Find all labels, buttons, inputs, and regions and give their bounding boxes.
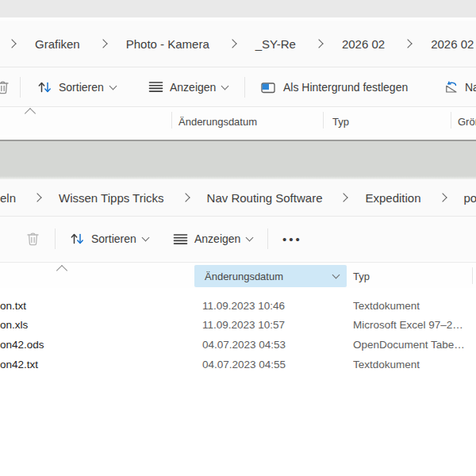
sort-button[interactable]: Sortieren [68, 228, 150, 249]
breadcrumb-item[interactable]: Expedition [365, 191, 420, 205]
sort-arrows-icon [37, 80, 52, 94]
window-top-strip [0, 0, 476, 17]
chevron-right-icon [340, 193, 348, 202]
breadcrumb-item[interactable]: Wissen Tipps Tricks [59, 191, 164, 205]
column-separator[interactable] [472, 267, 473, 284]
rotate-left-button[interactable]: Na [443, 77, 476, 97]
column-header-date-highlighted[interactable]: Änderungsdatum [194, 265, 347, 287]
breadcrumb-item[interactable]: 2026 02 [342, 37, 385, 51]
sort-arrows-icon [70, 232, 85, 246]
chevron-right-icon [314, 39, 323, 48]
column-header-type[interactable]: Typ [353, 271, 370, 282]
file-type: Textdokument [353, 300, 476, 312]
view-lines-icon [148, 81, 163, 93]
column-header-date-label: Änderungsdatum [205, 271, 283, 282]
rotate-left-icon [444, 80, 459, 94]
chevron-right-icon [7, 39, 16, 48]
file-row[interactable]: on.xls 11.09.2023 10:57 Microsoft Excel … [0, 316, 476, 336]
view-button[interactable]: Anzeigen [171, 229, 254, 248]
chevron-down-icon [109, 82, 117, 90]
breadcrumb-item[interactable]: Photo - Kamera [126, 37, 209, 51]
chevron-right-icon [403, 39, 412, 48]
file-name: on.xls [0, 319, 202, 331]
sort-label: Sortieren [91, 232, 136, 245]
chevron-right-icon [228, 39, 236, 48]
file-type: Microsoft Excel 97–2… [353, 319, 476, 331]
set-background-button[interactable]: Als Hintergrund festlegen [259, 77, 409, 98]
file-date: 04.07.2023 04:55 [202, 359, 353, 370]
rotate-left-label: Na [465, 81, 476, 94]
screenshot-root: Grafiken Photo - Kamera _SY-Re 2026 02 2… [0, 0, 476, 476]
toolbar-divider [20, 77, 21, 98]
chevron-right-icon [98, 39, 107, 48]
divider [0, 262, 476, 263]
toolbar-divider [244, 77, 245, 98]
file-name: on42.ods [0, 339, 202, 351]
file-date: 11.09.2023 10:46 [202, 300, 353, 312]
delete-button[interactable] [0, 76, 11, 98]
sort-label: Sortieren [59, 81, 104, 94]
breadcrumb-bar-bottom: eln Wissen Tipps Tricks Nav Routing Soft… [0, 179, 476, 216]
file-row[interactable]: on42.txt 04.07.2023 04:55 Textdokument [0, 355, 476, 374]
view-label: Anzeigen [170, 81, 216, 94]
column-separator[interactable] [323, 112, 324, 129]
breadcrumb-item[interactable]: 2026 02 15 [431, 37, 476, 51]
column-header-type[interactable]: Typ [332, 115, 349, 127]
breadcrumb-item[interactable]: _SY-Re [255, 37, 296, 51]
column-separator[interactable] [451, 112, 451, 129]
file-list: on.txt 11.09.2023 10:46 Textdokument on.… [0, 296, 476, 374]
delete-icon [0, 79, 10, 94]
chevron-right-icon [33, 193, 41, 202]
chevron-down-icon [141, 234, 149, 242]
file-date: 04.07.2023 04:53 [202, 339, 353, 351]
file-type: OpenDocument Tabe… [353, 339, 476, 351]
breadcrumb-item[interactable]: Nav Routing Software [207, 191, 323, 205]
column-header-row-bottom: Änderungsdatum Typ [0, 264, 476, 288]
more-options-button[interactable]: ••• [281, 229, 304, 249]
set-background-label: Als Hintergrund festlegen [283, 81, 408, 94]
view-button[interactable]: Anzeigen [147, 78, 229, 97]
toolbar-divider [55, 228, 56, 249]
chevron-down-icon [221, 82, 229, 90]
file-type: Textdokument [353, 359, 476, 370]
chevron-down-icon [246, 234, 254, 242]
column-header-date[interactable]: Änderungsdatum [178, 115, 257, 127]
breadcrumb-item-partial[interactable]: po [464, 191, 476, 205]
sort-ascending-icon [25, 108, 36, 119]
command-bar-bottom: Sortieren Anzeigen ••• [0, 217, 476, 261]
view-lines-icon [173, 233, 188, 245]
toolbar-divider [267, 228, 268, 249]
breadcrumb-bar-top: Grafiken Photo - Kamera _SY-Re 2026 02 2… [0, 21, 476, 67]
sort-button[interactable]: Sortieren [36, 77, 117, 98]
desktop-gap [0, 141, 476, 176]
chevron-right-icon [438, 193, 447, 202]
column-header-size[interactable]: Größe [458, 115, 476, 127]
delete-icon [26, 232, 40, 247]
column-header-row-top: Änderungsdatum Typ Größe [0, 107, 476, 135]
explorer-window-bottom: eln Wissen Tipps Tricks Nav Routing Soft… [0, 179, 476, 476]
chevron-right-icon [181, 193, 190, 202]
set-background-picture-icon [260, 80, 277, 94]
column-separator[interactable] [171, 112, 172, 129]
command-bar-top: Sortieren Anzeigen [0, 67, 476, 106]
file-date: 11.09.2023 10:57 [202, 319, 353, 331]
sort-ascending-icon [56, 265, 67, 276]
chevron-down-icon [332, 271, 340, 279]
file-name: on42.txt [0, 359, 202, 370]
breadcrumb-item-partial[interactable]: eln [0, 191, 16, 205]
breadcrumb-item[interactable]: Grafiken [35, 37, 80, 51]
file-row[interactable]: on42.ods 04.07.2023 04:53 OpenDocument T… [0, 335, 476, 355]
more-options-icon: ••• [282, 232, 302, 246]
view-label: Anzeigen [194, 232, 240, 245]
delete-button[interactable] [25, 228, 41, 250]
file-name: on.txt [0, 300, 202, 312]
file-row[interactable]: on.txt 11.09.2023 10:46 Textdokument [0, 296, 476, 316]
